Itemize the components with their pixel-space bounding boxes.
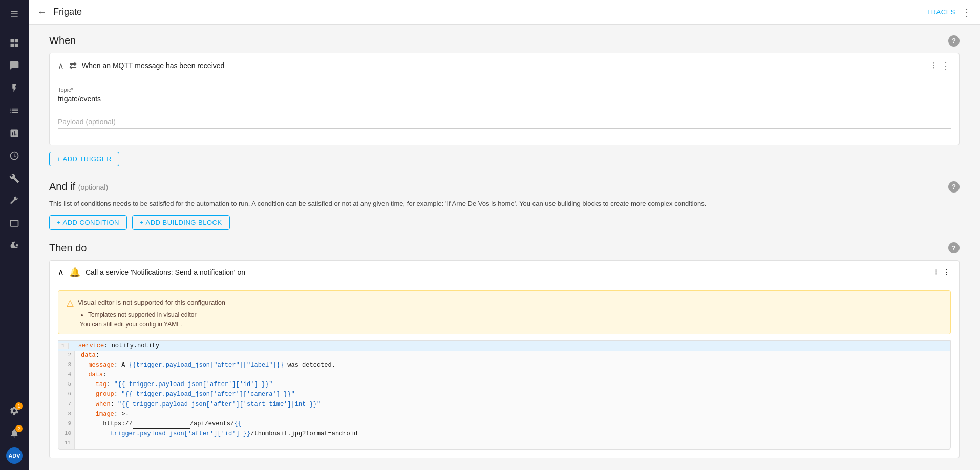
- notification-badge: 2: [15, 425, 23, 432]
- add-trigger-button[interactable]: + ADD TRIGGER: [49, 152, 119, 166]
- action-expand-icon[interactable]: ∧: [58, 267, 64, 277]
- svg-rect-2: [11, 44, 14, 47]
- action-card: ∧ 🔔 Call a service 'Notifications: Send …: [49, 260, 960, 458]
- trigger-card-body: Topic*: [50, 78, 959, 145]
- and-if-help-icon[interactable]: ?: [948, 181, 960, 193]
- and-if-section-header: And if (optional) ?: [49, 181, 960, 193]
- payload-field-group: [58, 114, 951, 129]
- trigger-card-header: ∧ ⇄ When an MQTT message has been receiv…: [50, 53, 959, 78]
- warning-title: Visual editor is not supported for this …: [78, 298, 225, 306]
- then-do-section: Then do ? ∧ 🔔 Call a service 'Notificati…: [49, 242, 960, 458]
- yaml-code-block[interactable]: 1 service: notify.notify 2 data: 3 messa…: [58, 340, 951, 450]
- wrench-icon[interactable]: [4, 168, 25, 188]
- yaml-line-2: 2 data:: [58, 351, 950, 360]
- trigger-expand-icon[interactable]: ∧: [58, 61, 64, 71]
- yaml-line-5: 5 tag: "{{ trigger.payload_json['after']…: [58, 380, 950, 390]
- user-avatar: ADV: [6, 447, 23, 464]
- then-do-help-icon[interactable]: ?: [948, 242, 960, 253]
- warning-box: △ Visual editor is not supported for thi…: [58, 290, 951, 334]
- chart-icon[interactable]: [4, 123, 25, 143]
- trigger-more-icon[interactable]: ⋮: [941, 59, 951, 72]
- condition-buttons: + ADD CONDITION + ADD BUILDING BLOCK: [49, 215, 960, 230]
- topbar: ← Frigate TRACES ⋮: [29, 0, 980, 25]
- clock-icon[interactable]: [4, 145, 25, 166]
- camera-icon[interactable]: [4, 236, 25, 256]
- warning-note: You can still edit your config in YAML.: [80, 321, 182, 328]
- then-do-title: Then do: [49, 242, 87, 254]
- svg-rect-0: [11, 39, 14, 43]
- more-options-button[interactable]: ⋮: [962, 6, 972, 18]
- traces-button[interactable]: TRACES: [927, 8, 955, 16]
- yaml-line-11: 11: [58, 439, 950, 448]
- trigger-grid-icon[interactable]: ⁝: [932, 60, 935, 71]
- list-icon[interactable]: [4, 100, 25, 121]
- yaml-line-3: 3 message: A {{trigger.payload_json["aft…: [58, 360, 950, 370]
- yaml-line-4: 4 data:: [58, 370, 950, 380]
- warning-icon: △: [67, 297, 74, 308]
- lightning-icon[interactable]: [4, 78, 25, 98]
- trigger-card: ∧ ⇄ When an MQTT message has been receiv…: [49, 53, 960, 145]
- and-if-title: And if (optional): [49, 181, 108, 193]
- warning-items: Templates not supported in visual editor: [80, 311, 942, 318]
- action-more-icon[interactable]: ⋮: [943, 267, 951, 277]
- inbox-icon[interactable]: [4, 55, 25, 76]
- mqtt-icon: ⇄: [69, 60, 77, 71]
- yaml-line-8: 8 image: >-: [58, 410, 950, 419]
- when-title: When: [49, 35, 76, 47]
- bell-icon: 🔔: [69, 267, 80, 278]
- when-section-header: When ?: [49, 35, 960, 47]
- yaml-line-6: 6 group: "{{ trigger.payload_json['after…: [58, 390, 950, 399]
- back-button[interactable]: ←: [37, 6, 47, 18]
- and-if-description: This list of conditions needs to be sati…: [49, 199, 960, 209]
- sidebar: ☰ 1 2 ADV: [0, 0, 29, 470]
- add-building-block-button[interactable]: + ADD BUILDING BLOCK: [132, 215, 230, 230]
- yaml-line-1: 1 service: notify.notify: [58, 341, 950, 351]
- topic-label: Topic*: [58, 87, 73, 93]
- content-area: When ? ∧ ⇄ When an MQTT message has been…: [29, 25, 980, 470]
- page-title: Frigate: [53, 7, 82, 17]
- warning-item: Templates not supported in visual editor: [88, 311, 942, 318]
- tool-icon[interactable]: [4, 190, 25, 211]
- add-condition-button[interactable]: + ADD CONDITION: [49, 215, 127, 230]
- topic-field-group: Topic*: [58, 82, 951, 105]
- action-card-header: ∧ 🔔 Call a service 'Notifications: Send …: [50, 261, 959, 284]
- topic-input[interactable]: [58, 82, 951, 105]
- adv-avatar[interactable]: ADV: [4, 445, 25, 466]
- settings-badge: 1: [15, 402, 23, 410]
- action-grid-icon[interactable]: ⁝: [935, 267, 938, 277]
- settings-notification-icon[interactable]: 1: [4, 400, 25, 421]
- notification-bell-icon[interactable]: 2: [4, 423, 25, 443]
- device-icon[interactable]: [4, 213, 25, 233]
- yaml-line-10: 10 trigger.payload_json['after']['id'] }…: [58, 429, 950, 439]
- menu-icon[interactable]: ☰: [4, 4, 25, 25]
- payload-input[interactable]: [58, 114, 951, 129]
- action-label: Call a service 'Notifications: Send a no…: [86, 268, 930, 276]
- when-help-icon[interactable]: ?: [948, 35, 960, 47]
- trigger-label: When an MQTT message has been received: [82, 61, 927, 70]
- warning-header: △ Visual editor is not supported for thi…: [67, 297, 942, 308]
- dashboard-icon[interactable]: [4, 33, 25, 53]
- yaml-line-9: 9 https://_______________/api/events/{{: [58, 419, 950, 429]
- svg-rect-1: [15, 39, 18, 43]
- then-do-header: Then do ?: [49, 242, 960, 254]
- warning-body: Templates not supported in visual editor…: [80, 311, 942, 328]
- main-content: ← Frigate TRACES ⋮ When ? ∧ ⇄ When an MQ…: [29, 0, 980, 470]
- yaml-line-7: 7 when: "{{ trigger.payload_json['after'…: [58, 400, 950, 410]
- svg-rect-3: [15, 44, 18, 47]
